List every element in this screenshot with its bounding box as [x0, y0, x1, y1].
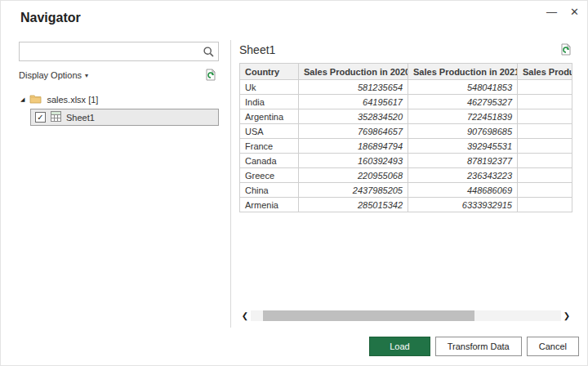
- value-cell: 285015342: [299, 198, 408, 212]
- value-cell: [518, 198, 573, 212]
- country-cell: Canada: [240, 154, 299, 168]
- country-cell: Uk: [240, 80, 299, 95]
- sheet1-checkbox[interactable]: ✓: [35, 112, 46, 123]
- search-box: [19, 42, 219, 61]
- country-cell: China: [240, 183, 299, 198]
- table-row[interactable]: Argentina352834520722451839: [240, 109, 573, 124]
- scrollbar-track[interactable]: [251, 310, 561, 321]
- value-cell: [518, 139, 573, 154]
- search-icon[interactable]: [203, 46, 215, 58]
- options-row: Display Options ▾: [19, 69, 219, 82]
- value-cell: [518, 168, 573, 183]
- tree-item-sheet1[interactable]: ✓ Sheet1: [30, 109, 219, 126]
- value-cell: 236343223: [408, 168, 518, 183]
- value-cell: [518, 80, 573, 95]
- value-cell: [518, 154, 573, 168]
- value-cell: 160392493: [299, 154, 408, 168]
- transform-data-button[interactable]: Transform Data: [435, 337, 522, 356]
- folder-icon: [29, 94, 42, 105]
- value-cell: [518, 183, 573, 198]
- table-row[interactable]: Canada160392493878192377: [240, 154, 573, 168]
- scroll-right-icon[interactable]: ❯: [561, 310, 572, 322]
- sheet-icon: [51, 111, 61, 123]
- value-cell: 548041853: [408, 80, 518, 95]
- table-row[interactable]: Uk581235654548041853: [240, 80, 573, 95]
- footer-buttons: Load Transform Data Cancel: [369, 337, 579, 356]
- value-cell: [518, 124, 573, 139]
- navigator-sidebar: Display Options ▾ ◢: [19, 42, 219, 126]
- table-row[interactable]: Greece220955068236343223: [240, 168, 573, 183]
- table-row[interactable]: China2437985205448686069: [240, 183, 573, 198]
- column-header[interactable]: Sales Production in 2020: [299, 64, 408, 80]
- value-cell: 907698685: [408, 124, 518, 139]
- column-header[interactable]: Sales Production in 2021: [408, 64, 518, 80]
- country-cell: India: [240, 95, 299, 109]
- value-cell: 186894794: [299, 139, 408, 154]
- sheet1-label: Sheet1: [66, 113, 95, 123]
- refresh-preview-icon[interactable]: [559, 43, 572, 56]
- value-cell: 392945531: [408, 139, 518, 154]
- column-header[interactable]: Sales Production: [518, 64, 573, 80]
- refresh-icon[interactable]: [204, 69, 217, 82]
- minimize-icon[interactable]: —: [546, 6, 557, 19]
- value-cell: [518, 95, 573, 109]
- horizontal-scrollbar[interactable]: ❮ ❯: [239, 310, 572, 322]
- scroll-left-icon[interactable]: ❮: [239, 310, 251, 322]
- table-row[interactable]: Armenia2850153426333932915: [240, 198, 573, 212]
- preview-header: Sheet1: [239, 43, 572, 56]
- value-cell: 722451839: [408, 109, 518, 124]
- preview-table: CountrySales Production in 2020Sales Pro…: [239, 63, 572, 212]
- value-cell: 220955068: [299, 168, 408, 183]
- scrollbar-thumb[interactable]: [263, 310, 474, 321]
- value-cell: 2437985205: [299, 183, 408, 198]
- display-options-label: Display Options: [19, 70, 82, 80]
- preview-title: Sheet1: [239, 43, 275, 56]
- value-cell: 64195617: [299, 95, 408, 109]
- value-cell: 6333932915: [408, 198, 518, 212]
- collapse-expander-icon[interactable]: ◢: [20, 96, 24, 103]
- navigator-tree: ◢ sales.xlsx [1] ✓: [19, 92, 219, 126]
- chevron-down-icon: ▾: [85, 72, 88, 79]
- header-row: CountrySales Production in 2020Sales Pro…: [240, 64, 573, 80]
- cancel-button[interactable]: Cancel: [527, 337, 579, 356]
- table-row[interactable]: France186894794392945531: [240, 139, 573, 154]
- load-button[interactable]: Load: [369, 337, 430, 356]
- search-input[interactable]: [20, 42, 218, 60]
- display-options-dropdown[interactable]: Display Options ▾: [19, 70, 88, 80]
- country-cell: Armenia: [240, 198, 299, 212]
- value-cell: 462795327: [408, 95, 518, 109]
- value-cell: 769864657: [299, 124, 408, 139]
- country-cell: USA: [240, 124, 299, 139]
- country-cell: France: [240, 139, 299, 154]
- close-icon[interactable]: ✕: [570, 6, 579, 19]
- navigator-dialog: Navigator — ✕ Display Options ▾: [0, 0, 588, 366]
- value-cell: 878192377: [408, 154, 518, 168]
- page-title: Navigator: [20, 11, 81, 25]
- panel-divider: [230, 40, 231, 328]
- country-cell: Greece: [240, 168, 299, 183]
- tree-item-workbook[interactable]: ◢ sales.xlsx [1]: [19, 92, 219, 108]
- value-cell: 581235654: [299, 80, 408, 95]
- table-row[interactable]: India64195617462795327: [240, 95, 573, 109]
- table-row[interactable]: USA769864657907698685: [240, 124, 573, 139]
- value-cell: 352834520: [299, 109, 408, 124]
- country-cell: Argentina: [240, 109, 299, 124]
- workbook-label: sales.xlsx [1]: [47, 95, 98, 105]
- preview-table-wrap: CountrySales Production in 2020Sales Pro…: [239, 63, 572, 212]
- preview-panel: Sheet1 CountrySales Production in 2020Sa…: [239, 43, 572, 212]
- column-header[interactable]: Country: [240, 64, 299, 80]
- value-cell: [518, 109, 573, 124]
- value-cell: 448686069: [408, 183, 518, 198]
- window-controls: — ✕: [546, 6, 579, 19]
